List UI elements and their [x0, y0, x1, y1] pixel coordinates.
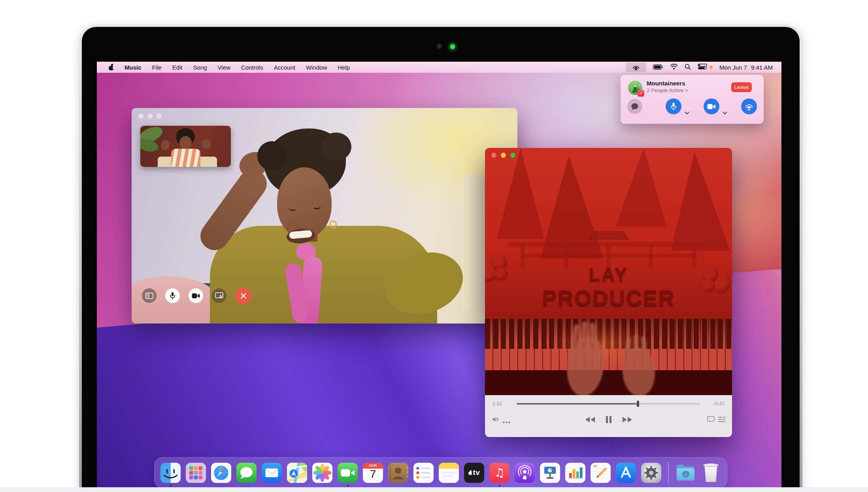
share-screen-button[interactable]: [212, 288, 226, 303]
control-center-icon[interactable]: [698, 64, 707, 71]
minimize-button[interactable]: [147, 114, 153, 119]
album-title-line2: PRODUCER: [485, 285, 732, 310]
camera-chevron-down-icon[interactable]: [723, 109, 727, 116]
mic-chevron-down-icon[interactable]: [685, 109, 689, 116]
end-call-button[interactable]: [235, 288, 251, 304]
dock-divider: [668, 462, 669, 483]
maps-icon: [287, 463, 307, 483]
dock-item-notes[interactable]: [439, 463, 459, 483]
dock-item-maps[interactable]: [287, 463, 307, 483]
shareplay-button[interactable]: [741, 98, 757, 114]
dock-item-launchpad[interactable]: [186, 463, 206, 483]
dock-item-system-preferences[interactable]: [641, 463, 661, 483]
menu-help[interactable]: Help: [338, 64, 350, 71]
mic-button[interactable]: [666, 98, 681, 114]
dock-item-podcasts[interactable]: [515, 463, 535, 483]
mute-button[interactable]: [165, 288, 180, 303]
menu-controls[interactable]: Controls: [241, 64, 263, 71]
facetime-camera-lens: [437, 44, 443, 49]
progress-thumb[interactable]: [637, 401, 639, 407]
messages-icon: [236, 463, 257, 483]
tv-label: tv: [473, 468, 480, 477]
pause-button[interactable]: [606, 416, 612, 425]
battery-icon[interactable]: [653, 64, 663, 71]
dock-item-trash[interactable]: [701, 463, 721, 483]
video-toggle-button[interactable]: [189, 288, 203, 303]
queue-icon[interactable]: [718, 416, 725, 424]
dock-item-tv[interactable]: tv: [464, 463, 484, 483]
dock-item-photos[interactable]: [312, 463, 332, 483]
dock-item-app-store[interactable]: [616, 463, 636, 483]
zoom-button[interactable]: [510, 153, 515, 158]
minimize-button[interactable]: [501, 153, 506, 158]
calendar-icon: JUN 7: [363, 463, 383, 483]
music-traffic-lights: [491, 153, 515, 158]
dock: JUN 7: [154, 457, 727, 488]
more-icon[interactable]: [502, 418, 510, 425]
notes-icon: [439, 463, 459, 483]
menu-app-name[interactable]: Music: [125, 64, 142, 71]
close-button[interactable]: [491, 153, 496, 158]
dock-item-music[interactable]: ♫: [489, 463, 509, 483]
desktop-screen: Music File Edit Song View Controls Accou…: [97, 62, 781, 490]
macbook-frame: Music File Edit Song View Controls Accou…: [79, 25, 802, 492]
menu-view[interactable]: View: [218, 64, 230, 71]
dock-item-finder[interactable]: [160, 463, 181, 483]
downloads-folder-icon: ↓: [676, 463, 696, 483]
dock-item-messages[interactable]: [236, 463, 257, 483]
apple-menu-icon[interactable]: [109, 64, 114, 70]
dock-item-facetime[interactable]: [338, 463, 358, 483]
dock-item-calendar[interactable]: JUN 7: [363, 463, 383, 483]
dock-item-mail[interactable]: [262, 463, 282, 483]
volume-icon[interactable]: [492, 416, 499, 424]
wifi-icon[interactable]: [670, 64, 678, 71]
shareplay-people-active[interactable]: 2 People Active >: [647, 87, 688, 93]
menu-time[interactable]: 9:41 AM: [751, 64, 773, 71]
message-bubble-button[interactable]: [627, 99, 642, 114]
progress-bar[interactable]: [517, 403, 700, 405]
reminders-icon: [413, 463, 434, 483]
calendar-day: 7: [363, 468, 383, 481]
mail-icon: [262, 463, 282, 483]
zoom-button[interactable]: [157, 114, 162, 119]
contacts-icon: [388, 463, 408, 483]
local-video-pip[interactable]: [140, 126, 231, 167]
leave-button[interactable]: Leave: [731, 82, 752, 92]
man-face: [179, 136, 192, 150]
finder-icon: [160, 463, 181, 483]
camera-active-led: [450, 44, 455, 49]
camera-button[interactable]: [704, 98, 719, 114]
dock-item-contacts[interactable]: [388, 463, 408, 483]
pages-icon: “: [591, 463, 611, 483]
menu-bar: Music File Edit Song View Controls Accou…: [97, 62, 781, 73]
facetime-traffic-lights: [138, 114, 162, 119]
man-shirt: [171, 149, 200, 167]
rewind-button[interactable]: [585, 416, 595, 424]
woman-face: [277, 167, 332, 238]
shareplay-group-title: Mountaineers: [647, 80, 685, 87]
music-miniplayer-window: LAY PRODUCER: [485, 148, 732, 437]
dock-item-pages[interactable]: “: [591, 463, 611, 483]
music-note-badge: ♪: [638, 90, 644, 97]
menu-file[interactable]: File: [152, 64, 162, 71]
dock-item-safari[interactable]: [211, 463, 231, 483]
lyrics-icon[interactable]: “: [707, 416, 715, 424]
keynote-icon: [540, 463, 560, 483]
dock-item-downloads[interactable]: ↓: [676, 463, 696, 483]
menu-song[interactable]: Song: [193, 64, 207, 71]
menu-edit[interactable]: Edit: [172, 64, 183, 71]
menu-account[interactable]: Account: [274, 64, 295, 71]
marketing-canvas: Music File Edit Song View Controls Accou…: [0, 0, 868, 492]
menu-window[interactable]: Window: [306, 64, 327, 71]
fast-forward-button[interactable]: [622, 416, 632, 424]
album-title-line1: LAY: [485, 263, 732, 285]
menu-date[interactable]: Mon Jun 7: [719, 64, 747, 71]
search-icon[interactable]: [685, 64, 691, 71]
shareplay-menu-icon[interactable]: [626, 62, 646, 72]
sidebar-toggle-button[interactable]: [142, 288, 157, 303]
music-app-icon: ♫: [489, 463, 509, 483]
close-button[interactable]: [138, 114, 143, 119]
dock-item-reminders[interactable]: [413, 463, 434, 483]
dock-item-keynote[interactable]: [540, 463, 560, 483]
dock-item-numbers[interactable]: [565, 463, 585, 483]
